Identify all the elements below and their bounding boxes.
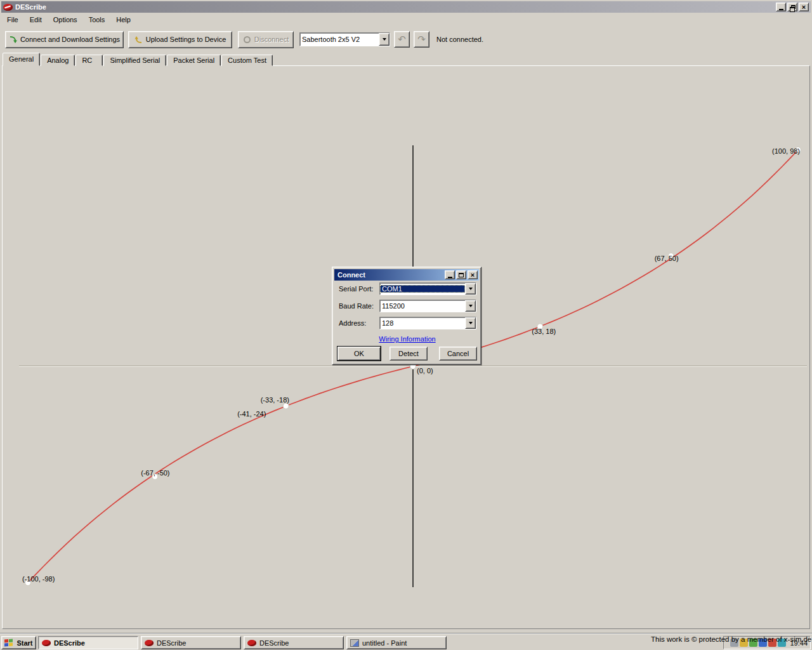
- cancel-button[interactable]: Cancel: [439, 347, 477, 361]
- address-drop-button[interactable]: [465, 317, 476, 329]
- taskbar-button-label: DEScribe: [259, 639, 289, 647]
- desktop: { "window": { "title": "DEScribe" }, "me…: [0, 0, 812, 650]
- maximize-icon: [459, 273, 464, 277]
- close-icon: ×: [471, 272, 475, 279]
- taskbar-button-untitled-paint[interactable]: untitled - Paint: [346, 636, 447, 649]
- detect-button[interactable]: Detect: [390, 347, 428, 361]
- taskbar-button-describe[interactable]: DEScribe: [244, 636, 344, 649]
- cursor-position-label: (-41, -24): [237, 410, 266, 418]
- tab-general[interactable]: General: [3, 53, 40, 66]
- dialog-close-button[interactable]: ×: [468, 270, 478, 279]
- baud-rate-value: 115200: [380, 302, 465, 310]
- point-label: (-33, -18): [261, 396, 289, 404]
- serial-port-label: Serial Port:: [339, 285, 373, 293]
- tab-analog[interactable]: Analog: [41, 55, 75, 66]
- point-label: (-100, -98): [22, 575, 55, 583]
- baud-rate-select[interactable]: 115200: [379, 300, 476, 312]
- point-label: (100, 98): [772, 147, 800, 155]
- address-label: Address:: [339, 319, 366, 327]
- dialog-minimize-button[interactable]: [445, 270, 455, 279]
- taskbar-button-describe[interactable]: DEScribe: [38, 636, 138, 649]
- connect-dialog-title: Connect: [337, 271, 443, 279]
- tab-packet-serial[interactable]: Packet Serial: [167, 55, 221, 66]
- start-button[interactable]: Start: [1, 636, 36, 649]
- dialog-maximize-button[interactable]: [456, 270, 466, 279]
- ok-button[interactable]: OK: [337, 347, 381, 361]
- detect-label: Detect: [398, 350, 419, 357]
- baud-rate-drop-button[interactable]: [465, 300, 476, 312]
- wiring-information-link[interactable]: Wiring Information: [379, 335, 435, 343]
- taskbar-button-describe[interactable]: DEScribe: [141, 636, 241, 649]
- connect-dialog: Connect × Serial Port: COM1 Baud Rate: 1…: [332, 267, 481, 365]
- address-select[interactable]: 128: [379, 317, 476, 329]
- minimize-icon: [448, 277, 452, 278]
- taskbar-button-label: DEScribe: [157, 639, 186, 647]
- chevron-down-icon: [469, 322, 473, 324]
- taskbar-button-label: untitled - Paint: [362, 639, 407, 647]
- curve-point[interactable]: [283, 403, 289, 409]
- paint-icon: [350, 639, 359, 647]
- start-label: Start: [16, 639, 32, 647]
- taskbar-button-label: DEScribe: [54, 639, 85, 647]
- address-value: 128: [380, 319, 465, 327]
- watermark-text: This work is © protected by a member of …: [651, 635, 811, 643]
- describe-icon: [42, 640, 51, 646]
- chevron-down-icon: [469, 288, 473, 290]
- tab-bar: GeneralAnalogRCSimplified SerialPacket S…: [3, 53, 273, 66]
- tab-rc[interactable]: RC: [75, 55, 103, 66]
- point-label: (-67, -50): [141, 469, 169, 477]
- serial-port-select[interactable]: COM1: [379, 282, 476, 295]
- ok-label: OK: [354, 350, 364, 357]
- baud-rate-label: Baud Rate:: [339, 302, 374, 310]
- point-label: (0, 0): [417, 367, 433, 375]
- point-label: (67, 50): [655, 255, 679, 262]
- point-label: (33, 18): [532, 328, 556, 335]
- describe-icon: [247, 640, 256, 646]
- cancel-label: Cancel: [447, 350, 469, 357]
- serial-port-value: COM1: [380, 285, 465, 293]
- tab-simplified-serial[interactable]: Simplified Serial: [103, 55, 166, 66]
- connect-dialog-title-bar[interactable]: Connect ×: [334, 269, 479, 281]
- windows-logo-icon: [4, 639, 13, 647]
- describe-icon: [145, 640, 154, 646]
- tab-custom-test[interactable]: Custom Test: [221, 55, 273, 66]
- chevron-down-icon: [469, 305, 473, 307]
- serial-port-drop-button[interactable]: [465, 283, 476, 295]
